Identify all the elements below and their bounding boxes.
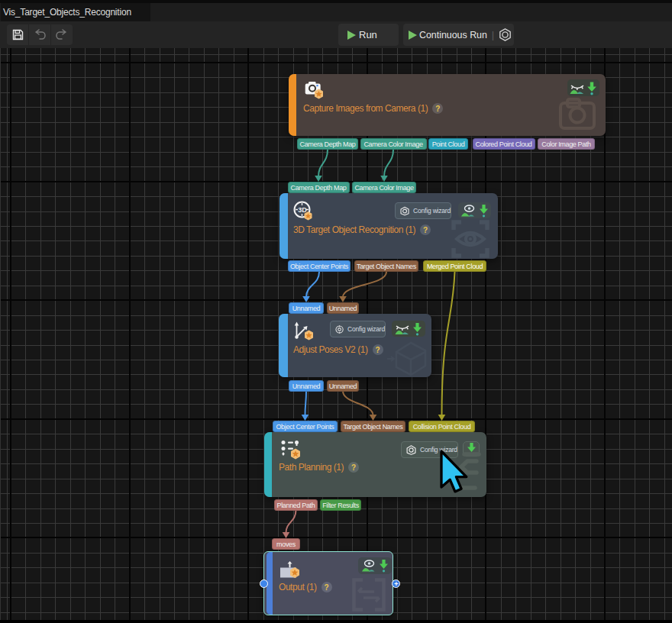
svg-text:3D: 3D: [298, 206, 307, 214]
